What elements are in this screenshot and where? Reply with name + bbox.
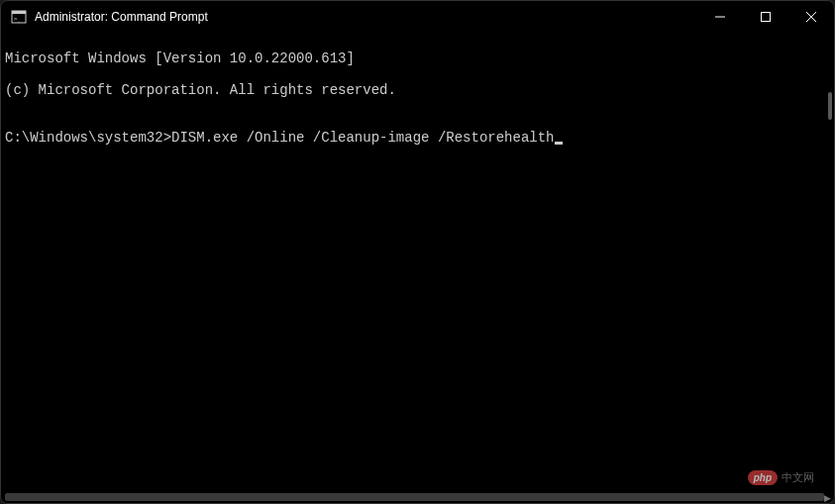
cmd-icon: >_	[11, 9, 27, 25]
svg-rect-1	[12, 11, 26, 14]
watermark: php 中文网	[748, 470, 814, 485]
scrollbar-vertical[interactable]	[828, 92, 832, 120]
minimize-button[interactable]	[697, 1, 743, 33]
scroll-arrow-right-icon[interactable]: ▶	[822, 493, 832, 503]
window-title: Administrator: Command Prompt	[35, 10, 208, 24]
window-controls	[697, 1, 834, 33]
titlebar[interactable]: >_ Administrator: Command Prompt	[1, 1, 834, 33]
close-button[interactable]	[788, 1, 834, 33]
cursor	[555, 142, 563, 145]
svg-rect-4	[762, 13, 771, 22]
command-prompt-window: >_ Administrator: Command Prompt Microso…	[0, 0, 835, 504]
maximize-button[interactable]	[743, 1, 788, 33]
titlebar-left: >_ Administrator: Command Prompt	[11, 9, 208, 25]
terminal-output[interactable]: Microsoft Windows [Version 10.0.22000.61…	[1, 33, 834, 503]
watermark-badge: php	[748, 470, 778, 485]
scrollbar-horizontal[interactable]	[5, 493, 824, 501]
svg-text:>_: >_	[14, 15, 22, 23]
watermark-text: 中文网	[782, 470, 814, 485]
prompt: C:\Windows\system32>	[5, 130, 171, 146]
command-input[interactable]: DISM.exe /Online /Cleanup-image /Restore…	[171, 130, 554, 146]
output-line: Microsoft Windows [Version 10.0.22000.61…	[5, 50, 830, 66]
output-line: (c) Microsoft Corporation. All rights re…	[5, 82, 830, 98]
